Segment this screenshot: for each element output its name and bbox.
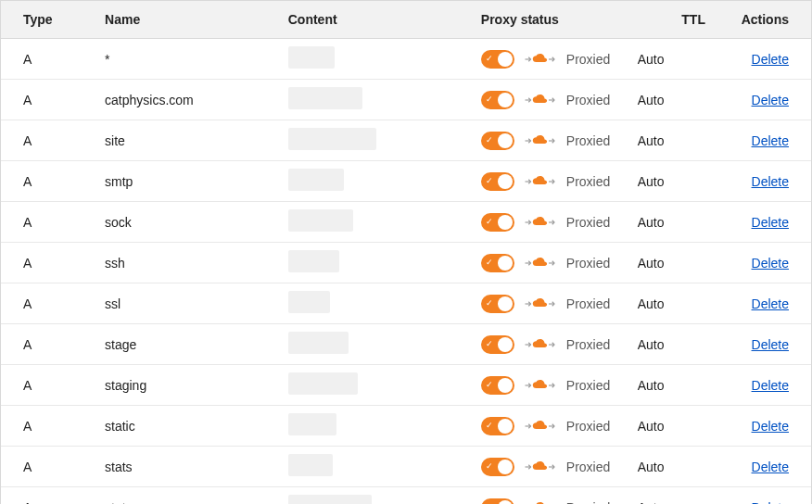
table-header-row: Type Name Content Proxy status TTL Actio… [1,1,811,39]
check-icon: ✓ [486,340,493,348]
redacted-content [288,413,336,435]
check-icon: ✓ [486,258,493,267]
proxy-toggle[interactable]: ✓ [481,172,514,191]
proxy-toggle[interactable]: ✓ [481,376,514,395]
record-ttl: Auto [638,243,715,284]
table-row[interactable]: A smtp ✓ Proxied Auto [1,161,811,202]
record-ttl: Auto [638,365,715,406]
record-content [281,243,474,284]
redacted-content [288,332,349,354]
record-type: A [1,39,97,80]
record-actions: Delete [715,324,811,365]
record-ttl: Auto [638,447,715,487]
toggle-knob [498,337,513,352]
proxy-toggle[interactable]: ✓ [481,295,514,313]
proxy-toggle[interactable]: ✓ [481,50,514,69]
record-name: site [97,120,281,161]
record-type: A [1,365,97,406]
cloud-proxied-icon [524,133,557,148]
record-content [281,324,474,365]
table-row[interactable]: A sock ✓ Proxied Auto [1,202,811,243]
record-proxy-status: ✓ Proxied [474,120,638,161]
record-actions: Delete [715,120,811,161]
table-row[interactable]: A ssl ✓ Proxied Auto [1,284,811,324]
delete-link[interactable]: Delete [752,460,789,474]
delete-link[interactable]: Delete [752,296,789,311]
check-icon: ✓ [486,462,493,471]
proxy-status-label: Proxied [566,500,610,505]
table-row[interactable]: A catphysics.com ✓ Proxied Auto [1,80,811,120]
proxy-toggle[interactable]: ✓ [481,91,514,109]
check-icon: ✓ [486,381,493,389]
delete-link[interactable]: Delete [752,378,789,393]
redacted-content [288,291,330,313]
delete-link[interactable]: Delete [752,52,789,67]
record-ttl: Auto [638,202,715,243]
delete-link[interactable]: Delete [752,337,789,352]
delete-link[interactable]: Delete [752,174,789,189]
delete-link[interactable]: Delete [752,93,789,107]
record-content [281,39,474,80]
record-proxy-status: ✓ Proxied [474,202,638,243]
header-content[interactable]: Content [281,1,474,39]
dns-records-panel: Type Name Content Proxy status TTL Actio… [0,0,812,504]
cloud-proxied-icon [524,419,557,434]
proxy-toggle[interactable]: ✓ [481,458,514,476]
record-content [281,80,474,120]
proxy-toggle[interactable]: ✓ [481,132,514,150]
record-content [281,202,474,243]
redacted-content [288,495,372,504]
dns-records-table: Type Name Content Proxy status TTL Actio… [1,0,811,504]
record-proxy-status: ✓ Proxied [474,243,638,284]
record-actions: Delete [715,447,811,487]
record-name: ssl [97,284,281,324]
proxy-toggle[interactable]: ✓ [481,498,514,505]
header-type[interactable]: Type [1,1,97,39]
record-ttl: Auto [638,487,715,505]
check-icon: ✓ [486,136,493,145]
header-ttl[interactable]: TTL [638,1,715,39]
record-proxy-status: ✓ Proxied [474,284,638,324]
record-name: static [97,406,281,447]
delete-link[interactable]: Delete [752,215,789,230]
proxy-toggle[interactable]: ✓ [481,335,514,354]
table-row[interactable]: A status ✓ Proxied Auto [1,487,811,505]
proxy-status-label: Proxied [566,378,610,393]
record-type: A [1,202,97,243]
delete-link[interactable]: Delete [752,500,789,505]
delete-link[interactable]: Delete [752,419,789,434]
header-name[interactable]: Name [97,1,281,39]
proxy-toggle[interactable]: ✓ [481,213,514,232]
table-row[interactable]: A staging ✓ Proxied Auto [1,365,811,406]
table-row[interactable]: A * ✓ Proxied Auto D [1,39,811,80]
delete-link[interactable]: Delete [752,133,789,148]
table-row[interactable]: A site ✓ Proxied Auto [1,120,811,161]
record-name: stats [97,447,281,487]
record-ttl: Auto [638,161,715,202]
delete-link[interactable]: Delete [752,256,789,271]
toggle-knob [498,52,513,67]
header-proxy-status[interactable]: Proxy status [474,1,638,39]
table-row[interactable]: A static ✓ Proxied Auto [1,406,811,447]
toggle-knob [498,378,513,393]
toggle-knob [498,133,513,148]
proxy-status-label: Proxied [566,93,610,107]
record-ttl: Auto [638,80,715,120]
record-type: A [1,487,97,505]
proxy-toggle[interactable]: ✓ [481,417,514,435]
record-actions: Delete [715,39,811,80]
table-row[interactable]: A stage ✓ Proxied Auto [1,324,811,365]
record-actions: Delete [715,161,811,202]
record-ttl: Auto [638,39,715,80]
proxy-toggle[interactable]: ✓ [481,254,514,272]
cloud-proxied-icon [524,500,557,505]
table-row[interactable]: A ssh ✓ Proxied Auto [1,243,811,284]
record-type: A [1,284,97,324]
table-row[interactable]: A stats ✓ Proxied Auto [1,447,811,487]
cloud-proxied-icon [524,256,557,271]
record-proxy-status: ✓ Proxied [474,365,638,406]
record-proxy-status: ✓ Proxied [474,39,638,80]
proxy-status-label: Proxied [566,256,610,271]
cloud-proxied-icon [524,215,557,230]
proxy-status-label: Proxied [566,133,610,148]
